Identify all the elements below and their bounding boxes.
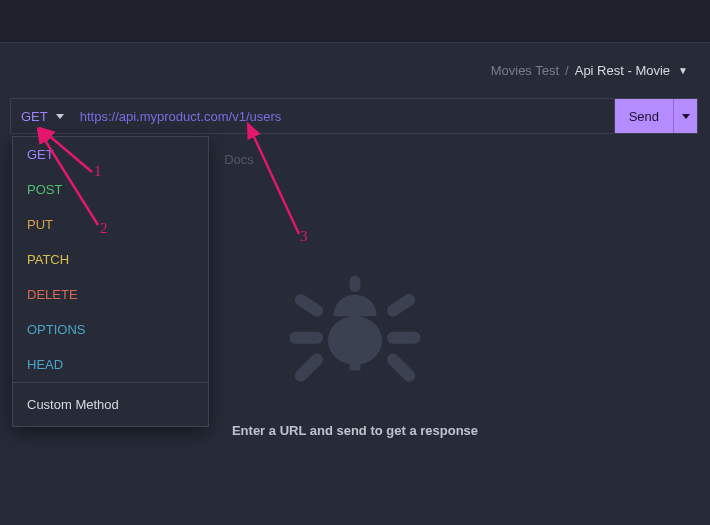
method-option-head[interactable]: HEAD xyxy=(13,347,208,382)
url-input[interactable] xyxy=(74,99,614,133)
breadcrumb-sep: / xyxy=(565,63,569,78)
bug-icon xyxy=(290,262,420,395)
request-bar: GET Send xyxy=(10,98,698,134)
chevron-down-icon xyxy=(56,114,64,119)
annotation-label-1: 1 xyxy=(94,163,102,180)
annotation-label-3: 3 xyxy=(300,228,308,245)
annotation-label-2: 2 xyxy=(100,220,108,237)
method-option-delete[interactable]: DELETE xyxy=(13,277,208,312)
method-option-custom[interactable]: Custom Method xyxy=(13,383,208,426)
method-option-patch[interactable]: PATCH xyxy=(13,242,208,277)
breadcrumb-row: Movies Test / Api Rest - Movie ▼ xyxy=(0,43,710,98)
chevron-down-icon: ▼ xyxy=(678,65,688,76)
send-button[interactable]: Send xyxy=(614,99,673,133)
svg-rect-1 xyxy=(350,276,361,292)
svg-line-5 xyxy=(248,124,299,234)
send-dropdown-button[interactable] xyxy=(673,99,697,133)
chevron-down-icon xyxy=(682,114,690,119)
method-option-options[interactable]: OPTIONS xyxy=(13,312,208,347)
breadcrumb-parent: Movies Test xyxy=(491,63,559,78)
window-titlebar xyxy=(0,0,710,43)
breadcrumb-current: Api Rest - Movie xyxy=(575,63,670,78)
breadcrumb[interactable]: Movies Test / Api Rest - Movie ▼ xyxy=(491,63,688,78)
svg-line-4 xyxy=(38,129,98,225)
svg-rect-2 xyxy=(350,311,361,371)
response-empty-text: Enter a URL and send to get a response xyxy=(232,423,478,438)
